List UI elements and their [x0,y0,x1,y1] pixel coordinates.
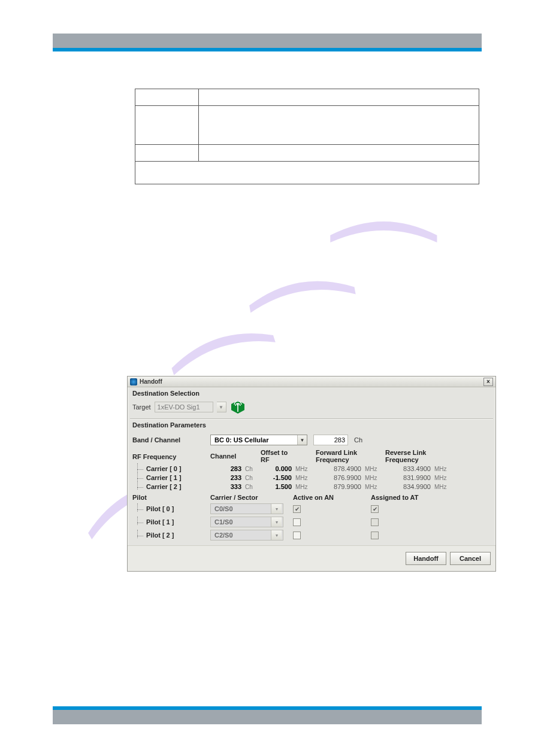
pilot-2-active-checkbox[interactable] [293,532,301,539]
unit-ch: Ch [244,484,261,490]
carrier-1-offset: -1.500 [261,474,294,481]
carrier-1-fwd: 876.9900 [316,474,364,481]
band-select[interactable]: BC 0: US Cellular ▼ [210,435,307,445]
carrier-2-rev: 834.9900 [385,483,433,490]
band-select-value: BC 0: US Cellular [211,436,297,444]
page-header-bar [53,34,482,48]
dialog-title: Handoff [140,378,162,385]
section-destination-parameters: Destination Parameters [128,419,495,430]
carrier-0-label: Carrier [ 0 ] [132,465,210,472]
main-channel-unit: Ch [354,436,362,444]
col-offset: Offset to RF [261,449,294,463]
title-bar[interactable]: Handoff × [128,377,495,387]
pilot-0-active-checkbox[interactable] [293,505,301,513]
chevron-down-icon[interactable]: ▾ [271,504,282,514]
unit-mhz: MHz [294,475,316,481]
col-carrier-sector: Carrier / Sector [210,494,293,501]
handoff-dialog: Handoff × Destination Selection Target 1… [127,376,496,572]
target-label: Target [132,403,151,411]
carrier-1-rev: 831.9900 [385,474,433,481]
page-footer-bar [53,710,482,724]
col-channel: Channel [210,453,244,460]
unit-mhz: MHz [294,484,316,490]
rf-frequency-label: RF Frequency [132,451,210,462]
carrier-1-label: Carrier [ 1 ] [132,474,210,481]
unit-mhz: MHz [433,475,455,481]
band-channel-label: Band / Channel [132,436,204,444]
carrier-0-fwd: 878.4900 [316,465,364,472]
chevron-down-icon[interactable]: ▼ [297,435,307,445]
col-rev: Reverse Link Frequency [385,449,433,463]
unit-mhz: MHz [364,466,385,472]
pilot-0-assigned-checkbox[interactable] [371,505,379,513]
pilot-0-label: Pilot [ 0 ] [132,505,210,512]
col-active-on-an: Active on AN [293,494,371,501]
carrier-1-channel[interactable]: 233 [210,474,244,481]
cancel-button[interactable]: Cancel [450,552,491,565]
pilot-1-label: Pilot [ 1 ] [132,518,210,526]
main-channel-input[interactable] [313,435,348,445]
unit-mhz: MHz [364,484,385,490]
pilot-0-carrier-sector-select[interactable]: C0/S0 ▾ [210,503,283,514]
carrier-2-fwd: 879.9900 [316,483,364,490]
carrier-0-rev: 833.4900 [385,465,433,472]
info-table [135,89,479,184]
close-button[interactable]: × [483,378,493,386]
app-icon [130,378,137,385]
handoff-button[interactable]: Handoff [406,552,446,565]
page-header-accent [53,48,482,51]
target-select[interactable]: 1xEV-DO Sig1 [155,402,213,412]
carrier-2-channel[interactable]: 333 [210,483,244,490]
section-destination-selection: Destination Selection [128,387,495,398]
carrier-0-channel[interactable]: 283 [210,465,244,472]
svg-point-2 [237,403,238,405]
carrier-2-label: Carrier [ 2 ] [132,483,210,490]
unit-ch: Ch [244,466,261,472]
col-assigned-to-at: Assigned to AT [371,494,449,501]
pilot-2-carrier-sector-select[interactable]: C2/S0 ▾ [210,530,283,541]
unit-mhz: MHz [294,466,316,472]
unit-mhz: MHz [364,475,385,481]
antenna-icon [230,399,246,415]
chevron-down-icon[interactable]: ▾ [271,517,282,527]
unit-ch: Ch [244,475,261,481]
pilot-2-label: Pilot [ 2 ] [132,532,210,539]
carrier-2-offset: 1.500 [261,483,294,490]
pilot-1-assigned-checkbox[interactable] [371,518,379,526]
pilot-1-active-checkbox[interactable] [293,518,301,526]
chevron-down-icon[interactable]: ▾ [271,530,282,540]
pilot-label: Pilot [132,494,210,501]
chevron-down-icon[interactable]: ▼ [217,402,226,412]
col-fwd: Forward Link Frequency [316,449,364,463]
carrier-0-offset: 0.000 [261,465,294,472]
pilot-2-assigned-checkbox[interactable] [371,532,379,539]
unit-mhz: MHz [433,466,455,472]
unit-mhz: MHz [433,484,455,490]
pilot-1-carrier-sector-select[interactable]: C1/S0 ▾ [210,517,283,527]
